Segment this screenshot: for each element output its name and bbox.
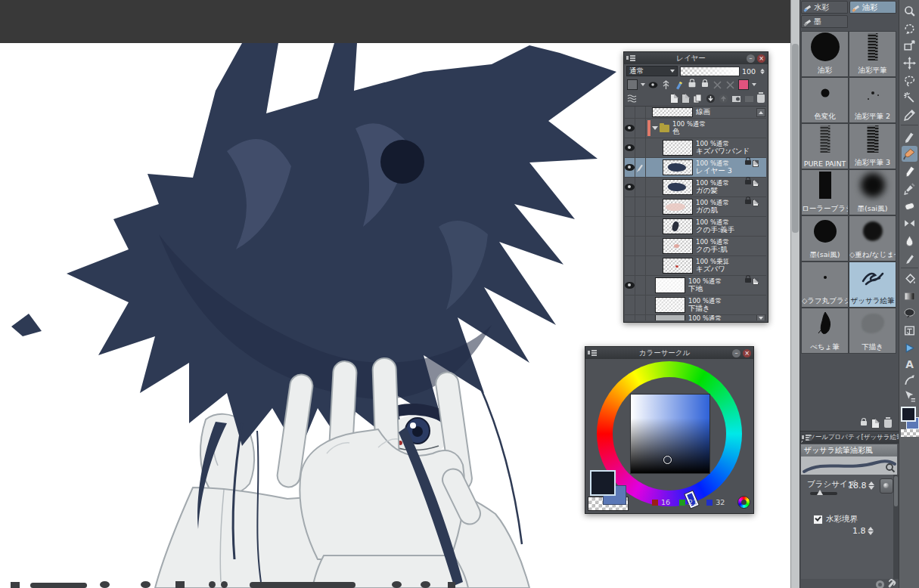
opacity-spinner[interactable] (760, 68, 765, 74)
magic-wand-tool-button[interactable] (902, 90, 917, 106)
layer-row-senga[interactable]: 線画 (625, 107, 766, 119)
frame-border-tool-button[interactable] (902, 323, 917, 339)
text-tool-button[interactable]: A (902, 356, 917, 372)
magnifier-icon[interactable] (885, 463, 896, 473)
panel-menu-icon[interactable] (588, 349, 597, 357)
layer-row[interactable]: 100 %通常 クの手:義手 (625, 217, 766, 237)
blend-mode-select[interactable]: 通常 (626, 66, 678, 76)
visibility-eye-icon[interactable] (625, 164, 635, 171)
new-layer-folder-icon[interactable] (681, 94, 690, 104)
blend-tool-button[interactable] (902, 215, 917, 231)
brush-cell-blend[interactable]: ◇重ね/なじませ (849, 215, 896, 262)
tool-property-titlebar[interactable]: ツールプロパティ[ザッサラ絵筆油彩風] (800, 432, 899, 444)
brush-cell-rough-round[interactable]: ◇ラフ丸ブラシ (801, 262, 849, 308)
primary-color-swatch[interactable] (590, 470, 616, 496)
finger-tool-button[interactable] (902, 250, 917, 266)
brush-cell-becho[interactable]: べちょ筆 (801, 308, 849, 354)
delete-subtool-icon[interactable] (884, 419, 892, 428)
visibility-eye-icon[interactable] (625, 125, 635, 132)
tab-watercolor[interactable]: 水彩 (801, 1, 848, 14)
brush-tool-button-selected[interactable] (902, 146, 917, 162)
layer-palette-color[interactable] (738, 79, 749, 90)
transparent-color-swatch[interactable] (901, 429, 919, 437)
brush-cell-oil-flat-3[interactable]: 油彩平筆 3 (849, 123, 896, 169)
merge-down-icon[interactable] (706, 94, 716, 104)
brush-cell-roller[interactable]: ローラーブラシ (801, 169, 849, 215)
color-wheel-mode-icon[interactable] (737, 496, 750, 509)
new-subtool-icon[interactable] (871, 419, 880, 429)
move-tool-button[interactable] (902, 55, 917, 71)
layer-row[interactable]: 100 %通常 下描き (625, 296, 766, 315)
decoration-brush-tool-button[interactable] (902, 181, 917, 197)
layer-row[interactable]: 100 %乗算 キズパワ (625, 256, 766, 276)
liquify-drop-tool-button[interactable] (902, 233, 917, 249)
airbrush-tool-button[interactable] (902, 163, 917, 179)
balloon-tool-button[interactable] (902, 305, 917, 321)
brush-cell-oil[interactable]: 油彩 (801, 31, 849, 77)
scroll-down-button[interactable] (756, 315, 765, 320)
lasso-tool-button[interactable] (902, 73, 917, 88)
minimize-button[interactable]: – (747, 54, 755, 63)
layer-row[interactable]: 100 %通常 ガの髪 (625, 178, 766, 197)
object-tool-button[interactable] (902, 340, 917, 356)
brush-cell-pure-paint[interactable]: PURE PAINT (801, 123, 849, 169)
gradient-tool-button[interactable] (902, 288, 917, 304)
brush-cell-color-change[interactable]: 色変化 (801, 77, 849, 123)
brush-cell-sumi-sai-2[interactable]: 墨(sai風) (801, 215, 849, 262)
layer-row-folder-iro[interactable]: 100 %通常 色 (625, 119, 766, 138)
layer-color-swatch[interactable] (627, 79, 638, 90)
brush-size-spinner[interactable] (868, 481, 874, 490)
tool-property-scrollbar[interactable] (893, 475, 899, 579)
brush-cell-sketch[interactable]: 下描き (849, 308, 896, 354)
opacity-slider[interactable] (680, 67, 740, 76)
rotate-tool-button[interactable] (902, 20, 917, 36)
visibility-eye-icon[interactable] (625, 144, 635, 151)
new-layer-icon[interactable] (670, 94, 678, 104)
curve-ruler-tool-button[interactable] (902, 372, 917, 388)
layer-mask-icon[interactable] (731, 94, 741, 104)
brush-size-slider[interactable] (810, 492, 837, 495)
layer-row[interactable]: 100 %通常 クの手:肌 (625, 237, 766, 256)
panel-menu-icon[interactable] (626, 54, 635, 62)
eraser-tool-button[interactable] (902, 198, 917, 214)
duplicate-layer-icon[interactable] (693, 94, 703, 104)
visibility-eye-icon[interactable] (625, 184, 635, 190)
brush-cell-zassara[interactable]: ザッサラ絵筆 (849, 262, 896, 308)
brush-size-value[interactable]: 18.8 (848, 481, 867, 491)
watercolor-edge-value[interactable]: 1.8 (852, 526, 866, 536)
pen-tool-button[interactable] (902, 128, 917, 144)
brush-cell-sumi-sai[interactable]: 墨(sai風) (849, 169, 896, 215)
close-button[interactable]: × (743, 349, 751, 357)
layer-row-partial[interactable]: 100 %通常 (625, 315, 766, 320)
color-panel-titlebar[interactable]: カラーサークル – × (585, 347, 753, 359)
brush-cell-oil-flat[interactable]: 油彩平筆 (849, 31, 896, 77)
tab-oil[interactable]: 油彩 (849, 1, 896, 14)
fill-bucket-tool-button[interactable] (902, 271, 917, 286)
navigator-strip[interactable] (0, 579, 484, 588)
layer-row[interactable]: 100 %通常 ガの肌 (625, 197, 766, 217)
tab-ink[interactable]: 墨 (801, 15, 848, 28)
zoom-tool-button[interactable] (902, 3, 917, 19)
watercolor-edge-checkbox[interactable] (813, 515, 823, 525)
chevron-down-icon[interactable] (752, 83, 756, 86)
close-button[interactable]: × (757, 54, 765, 63)
watercolor-edge-spinner[interactable] (868, 527, 874, 535)
primary-color-swatch[interactable] (901, 407, 916, 422)
minimize-button[interactable]: – (732, 349, 740, 357)
canvas-vscroll-thumb[interactable] (792, 44, 799, 233)
layer-row-selected[interactable]: 100 %通常 レイヤー 3 (625, 158, 766, 178)
line-correct-tool-button[interactable] (902, 388, 917, 404)
layer-row[interactable]: 100 %通常 下地 (625, 276, 766, 296)
brush-cell-oil-flat-2[interactable]: 油彩平筆 2 (849, 77, 896, 123)
pen-pressure-button[interactable] (880, 478, 893, 494)
sv-cursor[interactable] (663, 456, 672, 464)
folder-expand-icon[interactable] (652, 126, 658, 130)
scroll-up-button[interactable] (756, 108, 765, 117)
draft-pen-icon[interactable] (674, 80, 684, 90)
lock-subtool-icon[interactable] (861, 421, 867, 426)
wrench-icon[interactable] (887, 580, 896, 588)
settings-icon[interactable] (876, 580, 884, 588)
layers-panel-titlebar[interactable]: レイヤー – × (624, 52, 768, 64)
layer-visibility-icon[interactable] (649, 82, 658, 88)
lock-layer-icon[interactable] (687, 80, 697, 90)
